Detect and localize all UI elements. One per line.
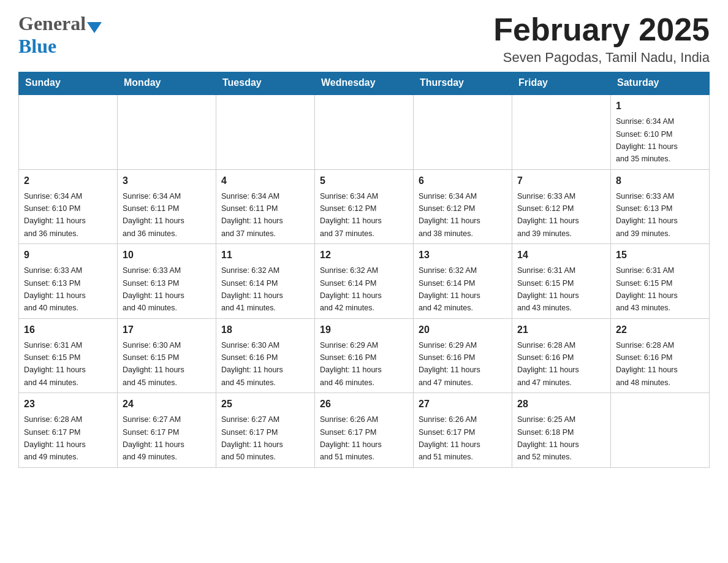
calendar-week-row: 9Sunrise: 6:33 AMSunset: 6:13 PMDaylight…: [19, 244, 710, 319]
calendar-day-cell: 18Sunrise: 6:30 AMSunset: 6:16 PMDayligh…: [216, 318, 315, 393]
day-number: 25: [221, 397, 309, 412]
day-info: Sunrise: 6:31 AMSunset: 6:15 PMDaylight:…: [24, 341, 86, 387]
day-info: Sunrise: 6:34 AMSunset: 6:12 PMDaylight:…: [320, 192, 382, 238]
day-number: 21: [517, 323, 605, 337]
logo-triangle-icon: [87, 22, 102, 33]
day-info: Sunrise: 6:28 AMSunset: 6:16 PMDaylight:…: [616, 341, 678, 387]
calendar-day-cell: 20Sunrise: 6:29 AMSunset: 6:16 PMDayligh…: [414, 318, 512, 393]
calendar-day-cell: 5Sunrise: 6:34 AMSunset: 6:12 PMDaylight…: [315, 169, 414, 244]
calendar-day-cell: 1Sunrise: 6:34 AMSunset: 6:10 PMDaylight…: [611, 94, 710, 170]
calendar-day-cell: 14Sunrise: 6:31 AMSunset: 6:15 PMDayligh…: [512, 244, 611, 319]
logo-blue-label: Blue: [18, 35, 56, 57]
calendar-day-cell: 2Sunrise: 6:34 AMSunset: 6:10 PMDaylight…: [19, 169, 118, 244]
day-number: 20: [419, 323, 507, 337]
day-info: Sunrise: 6:29 AMSunset: 6:16 PMDaylight:…: [320, 341, 382, 387]
title-area: February 2025 Seven Pagodas, Tamil Nadu,…: [493, 12, 710, 66]
day-info: Sunrise: 6:34 AMSunset: 6:11 PMDaylight:…: [221, 192, 283, 238]
day-number: 28: [517, 397, 605, 412]
calendar-day-cell: 22Sunrise: 6:28 AMSunset: 6:16 PMDayligh…: [611, 318, 710, 393]
day-info: Sunrise: 6:33 AMSunset: 6:13 PMDaylight:…: [616, 192, 678, 238]
day-number: 7: [517, 174, 605, 188]
day-info: Sunrise: 6:33 AMSunset: 6:12 PMDaylight:…: [517, 192, 579, 238]
day-info: Sunrise: 6:34 AMSunset: 6:12 PMDaylight:…: [419, 192, 480, 238]
header-monday: Monday: [118, 72, 216, 94]
calendar-week-row: 23Sunrise: 6:28 AMSunset: 6:17 PMDayligh…: [19, 393, 710, 468]
day-number: 27: [419, 397, 507, 412]
header-row: Sunday Monday Tuesday Wednesday Thursday…: [19, 72, 710, 94]
calendar-day-cell: [216, 94, 315, 170]
day-info: Sunrise: 6:34 AMSunset: 6:10 PMDaylight:…: [24, 192, 86, 238]
header-friday: Friday: [512, 72, 611, 94]
calendar-day-cell: 26Sunrise: 6:26 AMSunset: 6:17 PMDayligh…: [315, 393, 414, 468]
day-info: Sunrise: 6:33 AMSunset: 6:13 PMDaylight:…: [123, 266, 184, 312]
calendar-day-cell: [611, 393, 710, 468]
day-info: Sunrise: 6:28 AMSunset: 6:16 PMDaylight:…: [517, 341, 579, 387]
calendar-day-cell: [118, 94, 216, 170]
calendar-day-cell: 3Sunrise: 6:34 AMSunset: 6:11 PMDaylight…: [118, 169, 216, 244]
day-info: Sunrise: 6:30 AMSunset: 6:15 PMDaylight:…: [123, 341, 184, 387]
day-number: 3: [123, 174, 211, 188]
calendar-day-cell: [19, 94, 118, 170]
calendar-day-cell: [414, 94, 512, 170]
day-info: Sunrise: 6:31 AMSunset: 6:15 PMDaylight:…: [616, 266, 678, 312]
day-info: Sunrise: 6:29 AMSunset: 6:16 PMDaylight:…: [419, 341, 480, 387]
day-number: 8: [616, 174, 704, 188]
calendar-day-cell: 11Sunrise: 6:32 AMSunset: 6:14 PMDayligh…: [216, 244, 315, 319]
calendar-day-cell: 6Sunrise: 6:34 AMSunset: 6:12 PMDaylight…: [414, 169, 512, 244]
day-number: 6: [419, 174, 507, 188]
day-info: Sunrise: 6:31 AMSunset: 6:15 PMDaylight:…: [517, 266, 579, 312]
day-number: 1: [616, 99, 704, 113]
day-number: 18: [221, 323, 309, 337]
day-number: 11: [221, 248, 309, 262]
header-wednesday: Wednesday: [315, 72, 414, 94]
day-info: Sunrise: 6:32 AMSunset: 6:14 PMDaylight:…: [320, 266, 382, 312]
calendar-day-cell: 13Sunrise: 6:32 AMSunset: 6:14 PMDayligh…: [414, 244, 512, 319]
calendar-body: 1Sunrise: 6:34 AMSunset: 6:10 PMDaylight…: [19, 94, 710, 468]
logo-g: G: [18, 12, 34, 35]
day-number: 19: [320, 323, 408, 337]
calendar-table: Sunday Monday Tuesday Wednesday Thursday…: [18, 72, 710, 468]
calendar-day-cell: 4Sunrise: 6:34 AMSunset: 6:11 PMDaylight…: [216, 169, 315, 244]
page-header: G eneral Blue February 2025 Seven Pagoda…: [18, 12, 710, 66]
calendar-day-cell: 28Sunrise: 6:25 AMSunset: 6:18 PMDayligh…: [512, 393, 611, 468]
day-number: 14: [517, 248, 605, 262]
day-info: Sunrise: 6:25 AMSunset: 6:18 PMDaylight:…: [517, 415, 579, 461]
calendar-day-cell: 25Sunrise: 6:27 AMSunset: 6:17 PMDayligh…: [216, 393, 315, 468]
calendar-week-row: 1Sunrise: 6:34 AMSunset: 6:10 PMDaylight…: [19, 94, 710, 170]
logo-eneral: eneral: [34, 12, 86, 35]
calendar-header: Sunday Monday Tuesday Wednesday Thursday…: [19, 72, 710, 94]
header-tuesday: Tuesday: [216, 72, 315, 94]
day-number: 2: [24, 174, 112, 188]
day-number: 24: [123, 397, 211, 412]
calendar-day-cell: 8Sunrise: 6:33 AMSunset: 6:13 PMDaylight…: [611, 169, 710, 244]
day-number: 16: [24, 323, 112, 337]
day-number: 5: [320, 174, 408, 188]
logo-blue-text: Blue: [18, 35, 56, 58]
day-info: Sunrise: 6:33 AMSunset: 6:13 PMDaylight:…: [24, 266, 86, 312]
calendar-day-cell: 27Sunrise: 6:26 AMSunset: 6:17 PMDayligh…: [414, 393, 512, 468]
day-number: 15: [616, 248, 704, 262]
calendar-day-cell: 16Sunrise: 6:31 AMSunset: 6:15 PMDayligh…: [19, 318, 118, 393]
day-info: Sunrise: 6:28 AMSunset: 6:17 PMDaylight:…: [24, 415, 86, 461]
day-number: 17: [123, 323, 211, 337]
day-number: 10: [123, 248, 211, 262]
day-number: 12: [320, 248, 408, 262]
day-number: 4: [221, 174, 309, 188]
day-info: Sunrise: 6:27 AMSunset: 6:17 PMDaylight:…: [123, 415, 184, 461]
calendar-day-cell: [512, 94, 611, 170]
calendar-day-cell: 17Sunrise: 6:30 AMSunset: 6:15 PMDayligh…: [118, 318, 216, 393]
calendar-week-row: 2Sunrise: 6:34 AMSunset: 6:10 PMDaylight…: [19, 169, 710, 244]
calendar-day-cell: 21Sunrise: 6:28 AMSunset: 6:16 PMDayligh…: [512, 318, 611, 393]
calendar-day-cell: 12Sunrise: 6:32 AMSunset: 6:14 PMDayligh…: [315, 244, 414, 319]
day-info: Sunrise: 6:32 AMSunset: 6:14 PMDaylight:…: [419, 266, 480, 312]
day-info: Sunrise: 6:26 AMSunset: 6:17 PMDaylight:…: [320, 415, 382, 461]
calendar-day-cell: 15Sunrise: 6:31 AMSunset: 6:15 PMDayligh…: [611, 244, 710, 319]
header-saturday: Saturday: [611, 72, 710, 94]
logo: G eneral: [18, 12, 103, 35]
day-number: 26: [320, 397, 408, 412]
calendar-subtitle: Seven Pagodas, Tamil Nadu, India: [493, 50, 710, 66]
day-info: Sunrise: 6:26 AMSunset: 6:17 PMDaylight:…: [419, 415, 480, 461]
day-info: Sunrise: 6:27 AMSunset: 6:17 PMDaylight:…: [221, 415, 283, 461]
day-number: 22: [616, 323, 704, 337]
calendar-title: February 2025: [493, 12, 710, 47]
